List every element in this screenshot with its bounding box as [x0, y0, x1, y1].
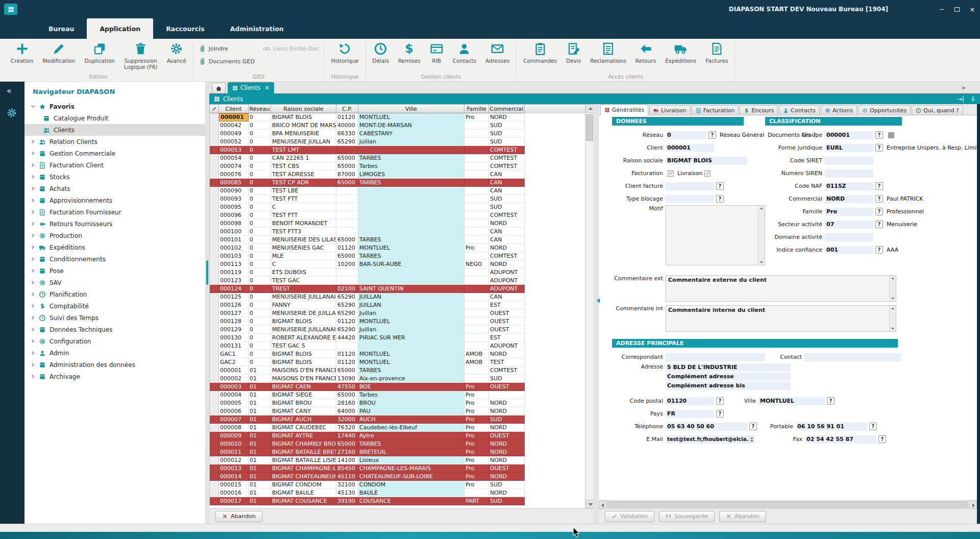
scrollbar-thumb[interactable]	[607, 501, 968, 508]
grid-form-splitter[interactable]	[594, 104, 599, 524]
grid-row-000001[interactable]: 00000101MAISONS D'EN FRANCE65000TARBESCO…	[210, 366, 594, 375]
sidebar-item-planification[interactable]: Planification	[24, 288, 205, 300]
sidebar-item-catalogue-produit[interactable]: Catalogue Produit	[24, 112, 205, 124]
form-abandon-button[interactable]: Abandon	[719, 511, 766, 522]
scrollbar-thumb[interactable]	[586, 114, 593, 141]
row-selector-cell[interactable]	[210, 399, 219, 407]
grid-row-000101[interactable]: 0001010MENUISERIE DES LILAS65000TARBESCA…	[210, 236, 594, 244]
grid-row-000052[interactable]: 0000520MENUISERIE JUILLAN65290juillanSUD	[210, 138, 594, 146]
column-header-ville[interactable]: Ville	[358, 105, 464, 113]
ribbon-button-adresses[interactable]: Adresses	[481, 40, 514, 65]
code-postal-lookup-button[interactable]: ?	[716, 397, 724, 405]
column-header-select[interactable]	[210, 105, 219, 113]
row-selector-cell[interactable]	[210, 432, 219, 440]
numero-siren-field[interactable]	[825, 169, 873, 178]
sidebar-item-donne-es-techniques[interactable]: Données Techniques	[24, 324, 205, 335]
grid-row-000049[interactable]: 0000490BPA MENUISERIE66330CABESTANYSUD	[210, 130, 594, 138]
code-naf-lookup-button[interactable]: ?	[875, 182, 883, 190]
grid-row-000130[interactable]: 0001300ROBERT ALEXANDRE EI44420PIRIAC SU…	[210, 334, 594, 342]
row-selector-cell[interactable]	[210, 252, 219, 260]
row-selector-cell[interactable]	[210, 464, 219, 473]
panel-tab-opportunite-s[interactable]: Opportunités	[858, 105, 911, 115]
grid-row-000096[interactable]: 0000960TEST FTTCOMTEST	[210, 211, 594, 219]
client-facture-lookup-button[interactable]: ?	[716, 182, 724, 190]
grid-row-000074[interactable]: 0000740TEST CBS65000TarbesCOMTEST	[210, 162, 594, 170]
adresse-line2-field[interactable]: Complément adresse	[666, 373, 791, 381]
sidebar-item-facturation-fournisseur[interactable]: Facturation Fournisseur	[24, 206, 205, 218]
row-selector-cell[interactable]	[210, 195, 219, 203]
row-selector-cell[interactable]	[210, 277, 219, 285]
type-blocage-field[interactable]	[666, 195, 714, 203]
row-selector-cell[interactable]	[210, 473, 219, 481]
grid-row-000095[interactable]: 0000950CSUD	[210, 203, 594, 211]
row-selector-cell[interactable]	[210, 375, 219, 383]
sidebar-item-suivi-des-temps[interactable]: Suivi des Temps	[24, 312, 205, 324]
row-selector-cell[interactable]	[210, 244, 219, 252]
ribbon-button-avance[interactable]: Avancé	[162, 40, 191, 65]
grid-row-000127[interactable]: 0001270MENUISERIE DE JUILLAN65290Juillan…	[210, 309, 594, 317]
row-selector-cell[interactable]	[210, 170, 219, 179]
row-selector-cell[interactable]	[210, 268, 219, 277]
grid-row-GAC1[interactable]: GAC10BIGMAT BLOIS01120MONTLUELAMOBNORD	[210, 350, 594, 358]
grid-row-000098[interactable]: 0000980BENOIT MORANDETNORD	[210, 219, 594, 228]
row-selector-cell[interactable]	[210, 440, 219, 448]
code-naf-field[interactable]: 0115Z	[825, 182, 873, 190]
ribbon-button-modification[interactable]: Modification	[38, 40, 80, 65]
indice-confiance-field[interactable]: 001	[825, 246, 873, 254]
grid-row-000131[interactable]: 0001310TEST GAC 5ADUPONT	[210, 342, 594, 350]
commercial-lookup-button[interactable]: ?	[875, 195, 883, 203]
dock-bottom-icon[interactable]: ⇓	[970, 95, 975, 103]
telephone-lookup-button[interactable]: ?	[749, 423, 757, 430]
ribbon-button-remises[interactable]: Remises	[394, 40, 425, 65]
sidebar-item-approvisionnements[interactable]: Approvisionnements	[24, 194, 205, 206]
row-selector-cell[interactable]	[210, 342, 219, 350]
grid-row-000015[interactable]: 00001501BIGMAT CONDOM32100CONDOMProSUD	[210, 481, 594, 489]
row-selector-cell[interactable]	[210, 228, 219, 236]
close-button[interactable]: ×	[965, 0, 980, 18]
commentaire-ext-textarea[interactable]: Commentaire externe du client	[666, 275, 896, 302]
contact-field[interactable]	[804, 353, 901, 361]
column-header-client[interactable]: Client	[219, 105, 249, 113]
grid-row-000085[interactable]: 0000850TEST CP ADR65000TARBESCAN	[210, 179, 594, 187]
row-selector-cell[interactable]	[210, 236, 219, 244]
column-header-raison-sociale[interactable]: Raison sociale	[271, 105, 336, 113]
ribbon-button-factures[interactable]: Factures	[701, 40, 732, 65]
home-tab-button[interactable]	[212, 83, 226, 93]
sidebar-item-stocks[interactable]: Stocks	[24, 171, 205, 183]
secteur-activite-field[interactable]: 07	[825, 220, 873, 229]
form-horizontal-scrollbar[interactable]	[599, 500, 977, 508]
grid-row-000003[interactable]: 00000301BIGMAT CAEN47550BOEProOUEST	[210, 383, 594, 391]
grid-row-000103[interactable]: 0001030MLE65000TARBESCOMTEST	[210, 252, 594, 260]
fax-lookup-button[interactable]: ?	[878, 435, 886, 443]
row-selector-cell[interactable]	[210, 334, 219, 342]
row-selector-cell[interactable]	[210, 285, 219, 293]
ribbon-button-duplication[interactable]: Duplication	[80, 40, 119, 65]
column-header-re-seau[interactable]: Réseau	[249, 105, 271, 113]
grid-row-000004[interactable]: 00000401BIGMAT SIEGE65000TarbesPro	[210, 391, 594, 399]
panel-tab-actions[interactable]: Actions	[821, 105, 857, 115]
row-selector-cell[interactable]	[210, 219, 219, 228]
app-logo-icon[interactable]	[4, 4, 17, 15]
grid-row-000123[interactable]: 0001230TEST GACADUPONT	[210, 277, 594, 285]
scroll-down-icon[interactable]	[585, 500, 594, 508]
grid-row-000005[interactable]: 00000501BIGMAT BROU28160BROUProNORD	[210, 399, 594, 407]
grid-row-000053[interactable]: 0000530TEST LMTCOMTEST	[210, 146, 594, 154]
grid-row-000113[interactable]: 0001130C10200BAR-SUR-AUBENEGONORD	[210, 260, 594, 268]
sidebar-item-expe-ditions[interactable]: Expéditions	[24, 241, 205, 253]
grid-abandon-button[interactable]: Abandon	[215, 511, 262, 522]
row-selector-cell[interactable]	[210, 203, 219, 211]
row-selector-cell[interactable]	[210, 456, 219, 464]
tab-clients[interactable]: Clients ×	[228, 82, 274, 93]
groupe-lookup-button[interactable]: ?	[875, 131, 883, 139]
row-selector-cell[interactable]	[210, 366, 219, 375]
panel-tab-qui-quand[interactable]: Qui, quand ?	[912, 105, 963, 115]
grid-row-000100[interactable]: 0001000TEST FTT3CAN	[210, 228, 594, 236]
sidebar-item-sav[interactable]: SAV	[24, 277, 205, 288]
sidebar-item-administration-des-donne-es[interactable]: Administration des données	[24, 359, 205, 371]
sidebar-item-pose[interactable]: Pose	[24, 265, 205, 277]
grid-row-000011[interactable]: 00001101BIGMAT BATAILLE BRET27160BRETEUI…	[210, 448, 594, 456]
ribbon-button-suppression-logique-f6[interactable]: Suppression Logique (F6)	[119, 40, 162, 71]
row-selector-cell[interactable]	[210, 424, 219, 432]
pays-lookup-button[interactable]: ?	[716, 410, 724, 418]
ribbon-button-cre-ation[interactable]: Création	[6, 40, 38, 65]
